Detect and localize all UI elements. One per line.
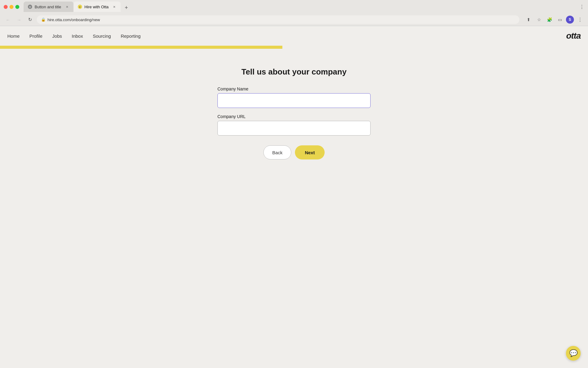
company-url-group: Company URL [217, 114, 371, 136]
tab-close-1[interactable]: ✕ [65, 5, 69, 9]
tab-close-2[interactable]: ✕ [112, 5, 116, 9]
company-name-input[interactable] [217, 93, 371, 108]
minimize-traffic-light[interactable] [9, 5, 13, 9]
address-bar[interactable]: 🔒 hire.otta.com/onboarding/new [37, 15, 519, 24]
company-url-input[interactable] [217, 121, 371, 136]
form-container: Company Name Company URL Back Next [217, 86, 371, 159]
next-form-button[interactable]: Next [295, 145, 325, 159]
tab-label-2: Hire with Otta [85, 5, 109, 9]
company-name-group: Company Name [217, 86, 371, 108]
nav-jobs[interactable]: Jobs [52, 33, 62, 39]
tab-hire-with-otta[interactable]: o Hire with Otta ✕ [74, 2, 121, 12]
close-traffic-light[interactable] [4, 5, 8, 9]
chat-widget-button[interactable]: 💬 [566, 346, 581, 361]
company-url-label: Company URL [217, 114, 371, 119]
address-bar-row: ← → ↻ 🔒 hire.otta.com/onboarding/new ⬆ ☆… [0, 13, 588, 26]
top-nav: Home Profile Jobs Inbox Sourcing Reporti… [0, 26, 588, 46]
tabs-right: ⋮ [579, 4, 584, 10]
tabs-bar: ● Button and title ✕ o Hire with Otta ✕ … [24, 2, 577, 12]
nav-sourcing[interactable]: Sourcing [93, 33, 111, 39]
tab-favicon-1: ● [28, 5, 32, 9]
maximize-traffic-light[interactable] [15, 5, 19, 9]
extensions-button[interactable]: 🧩 [545, 15, 554, 24]
buttons-row: Back Next [217, 145, 371, 159]
tab-button-and-title[interactable]: ● Button and title ✕ [24, 2, 74, 12]
sidebar-browser-button[interactable]: ▭ [556, 15, 564, 24]
reload-button[interactable]: ↻ [26, 15, 34, 24]
browser-titlebar: ● Button and title ✕ o Hire with Otta ✕ … [0, 0, 588, 13]
nav-inbox[interactable]: Inbox [72, 33, 83, 39]
user-avatar[interactable]: S [566, 16, 574, 24]
traffic-lights [4, 5, 19, 9]
back-button[interactable]: ← [4, 15, 12, 24]
progress-bar-container [0, 46, 588, 49]
new-tab-button[interactable]: + [122, 3, 130, 12]
forward-button[interactable]: → [15, 15, 23, 24]
tab-label-1: Button and title [35, 5, 61, 9]
share-button[interactable]: ⬆ [524, 15, 533, 24]
company-name-label: Company Name [217, 86, 371, 91]
main-content: Tell us about your company Company Name … [0, 49, 588, 159]
nav-reporting[interactable]: Reporting [121, 33, 141, 39]
address-actions: ⬆ ☆ 🧩 ▭ S ⋮ [524, 15, 584, 24]
bookmark-button[interactable]: ☆ [535, 15, 543, 24]
back-form-button[interactable]: Back [263, 145, 291, 159]
lock-icon: 🔒 [41, 17, 46, 22]
browser-chrome: ● Button and title ✕ o Hire with Otta ✕ … [0, 0, 588, 26]
progress-bar [0, 46, 282, 49]
address-text: hire.otta.com/onboarding/new [47, 17, 100, 22]
browser-menu-button[interactable]: ⋮ [576, 15, 584, 24]
page-title: Tell us about your company [241, 67, 346, 77]
nav-home[interactable]: Home [7, 33, 20, 39]
app-container: Home Profile Jobs Inbox Sourcing Reporti… [0, 26, 588, 368]
nav-links: Home Profile Jobs Inbox Sourcing Reporti… [7, 33, 141, 39]
chat-icon: 💬 [569, 349, 578, 357]
tab-favicon-2: o [78, 5, 82, 9]
otta-logo: otta [566, 31, 581, 41]
nav-profile[interactable]: Profile [29, 33, 43, 39]
browser-more-button[interactable]: ⋮ [579, 4, 584, 10]
